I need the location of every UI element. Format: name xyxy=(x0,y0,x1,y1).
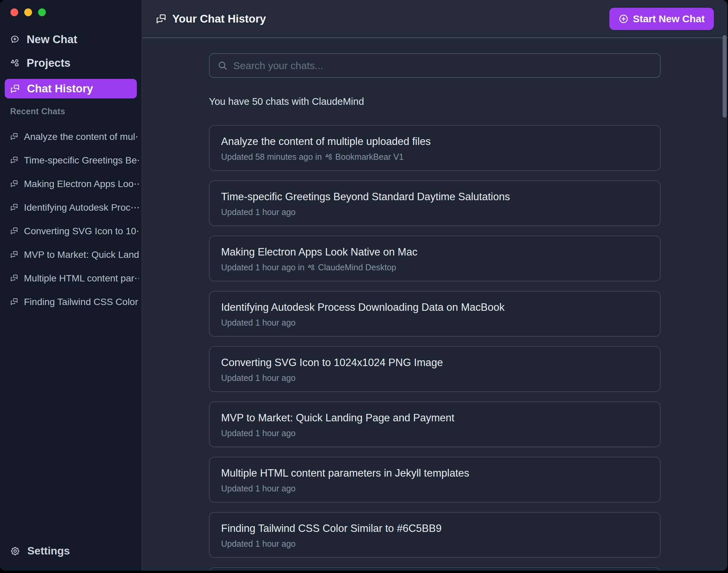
chat-bubbles-icon xyxy=(10,180,18,188)
chat-card-title: Identifying Autodesk Process Downloading… xyxy=(221,301,648,314)
chat-card-title: MVP to Market: Quick Landing Page and Pa… xyxy=(221,411,648,425)
recent-chat-title: Making Electron Apps Loo⋯ xyxy=(24,178,139,189)
chat-card-meta: Updated 58 minutes ago in BookmarkBear V… xyxy=(221,152,648,162)
sidebar-item-label: New Chat xyxy=(27,33,77,46)
chat-card-project: ClaudeMind Desktop xyxy=(307,262,396,272)
chat-card-partial[interactable] xyxy=(209,567,661,571)
sidebar-recent-chat-item[interactable]: MVP to Market: Quick Land⋯ xyxy=(5,247,139,262)
sidebar-recent-chat-item[interactable]: Identifying Autodesk Proc⋯ xyxy=(5,200,139,215)
chat-card-meta: Updated 1 hour ago xyxy=(221,483,648,493)
chat-card[interactable]: Time-specific Greetings Beyond Standard … xyxy=(209,180,661,226)
chat-bubbles-icon xyxy=(10,156,18,164)
chat-card[interactable]: Analyze the content of multiple uploaded… xyxy=(209,125,661,171)
chat-card-updated: Updated 1 hour ago xyxy=(221,428,296,438)
recent-chats-heading: Recent Chats xyxy=(10,107,65,116)
search-input[interactable] xyxy=(233,60,652,71)
sidebar-recent-chat-item[interactable]: Finding Tailwind CSS Color⋯ xyxy=(5,294,139,309)
chat-bubbles-icon xyxy=(10,298,18,306)
chat-card-updated: Updated 1 hour ago xyxy=(221,373,296,383)
search-box xyxy=(209,53,661,78)
chat-card-meta: Updated 1 hour ago xyxy=(221,373,648,383)
sidebar-recent-chat-item[interactable]: Making Electron Apps Loo⋯ xyxy=(5,176,139,191)
sidebar-item-settings[interactable]: Settings xyxy=(10,545,70,557)
search-icon xyxy=(218,61,228,70)
chat-card-meta: Updated 1 hour ago xyxy=(221,539,648,549)
sidebar-item-new-chat[interactable]: New Chat xyxy=(5,32,137,47)
sidebar-item-label: Chat History xyxy=(27,82,93,95)
main-panel: Your Chat History Start New Chat You hav… xyxy=(142,0,727,571)
sidebar-item-projects[interactable]: Projects xyxy=(5,55,137,71)
chat-card-list: Analyze the content of multiple uploaded… xyxy=(209,125,661,571)
chat-card-updated: Updated 1 hour ago xyxy=(221,207,296,217)
chat-card-title: Multiple HTML content parameters in Jeky… xyxy=(221,466,648,480)
sidebar-nav: New Chat Projects Chat History xyxy=(5,32,137,107)
chat-bubbles-icon xyxy=(10,274,18,282)
chat-card-meta: Updated 1 hour ago xyxy=(221,207,648,217)
message-plus-icon xyxy=(10,35,20,44)
chat-card-updated: Updated 1 hour ago xyxy=(221,318,296,328)
sidebar-recent-chat-item[interactable]: Converting SVG Icon to 10⋯ xyxy=(5,223,139,239)
scrollbar-thumb[interactable] xyxy=(723,35,727,118)
chat-card-meta: Updated 1 hour ago xyxy=(221,428,648,438)
start-new-chat-label: Start New Chat xyxy=(633,13,705,25)
chat-card-project-name: ClaudeMind Desktop xyxy=(318,262,396,272)
chat-bubbles-icon xyxy=(10,203,18,211)
shapes-icon xyxy=(307,264,315,271)
chat-card[interactable]: Identifying Autodesk Process Downloading… xyxy=(209,291,661,337)
recent-chat-title: Finding Tailwind CSS Color⋯ xyxy=(24,296,139,307)
close-window-button[interactable] xyxy=(10,8,18,16)
sidebar-recent-chat-item[interactable]: Analyze the content of mul⋯ xyxy=(5,129,139,144)
start-new-chat-button[interactable]: Start New Chat xyxy=(609,8,714,30)
chat-card-meta: Updated 1 hour ago in ClaudeMind Desktop xyxy=(221,262,648,272)
recent-chats-list: Analyze the content of mul⋯ Time-specifi… xyxy=(5,129,139,318)
chat-card-project: BookmarkBear V1 xyxy=(325,152,404,162)
sidebar-item-chat-history[interactable]: Chat History xyxy=(5,79,137,98)
chat-card[interactable]: Multiple HTML content parameters in Jeky… xyxy=(209,457,661,503)
chat-card[interactable]: MVP to Market: Quick Landing Page and Pa… xyxy=(209,401,661,447)
plus-circle-icon xyxy=(618,14,629,24)
recent-chat-title: Multiple HTML content par⋯ xyxy=(24,273,139,284)
app-window: New Chat Projects Chat History Recent Ch… xyxy=(0,0,727,571)
chat-count-text: You have 50 chats with ClaudeMind xyxy=(209,95,661,108)
chat-card[interactable]: Making Electron Apps Look Native on Mac … xyxy=(209,236,661,281)
chat-card-title: Converting SVG Icon to 1024x1024 PNG Ima… xyxy=(221,356,648,369)
recent-chat-title: Analyze the content of mul⋯ xyxy=(24,131,139,142)
chat-bubbles-icon xyxy=(156,13,166,24)
page-title-text: Your Chat History xyxy=(172,12,266,25)
page-title: Your Chat History xyxy=(156,12,266,25)
minimize-window-button[interactable] xyxy=(24,8,32,16)
chat-bubbles-icon xyxy=(10,132,18,141)
chat-card-meta: Updated 1 hour ago xyxy=(221,318,648,328)
chat-card-title: Analyze the content of multiple uploaded… xyxy=(221,135,648,148)
chat-bubbles-icon xyxy=(10,227,18,235)
sidebar-recent-chat-item[interactable]: Time-specific Greetings Be⋯ xyxy=(5,152,139,168)
chat-card-updated: Updated 58 minutes ago in xyxy=(221,152,322,162)
chat-card[interactable]: Converting SVG Icon to 1024x1024 PNG Ima… xyxy=(209,346,661,392)
chat-card-updated: Updated 1 hour ago xyxy=(221,483,296,493)
chat-card[interactable]: Finding Tailwind CSS Color Similar to #6… xyxy=(209,512,661,558)
sidebar: New Chat Projects Chat History Recent Ch… xyxy=(0,0,142,571)
gear-icon xyxy=(10,546,20,556)
chat-card-title: Time-specific Greetings Beyond Standard … xyxy=(221,190,648,204)
chat-card-updated: Updated 1 hour ago in xyxy=(221,262,304,272)
shapes-icon xyxy=(10,58,20,68)
recent-chat-title: Identifying Autodesk Proc⋯ xyxy=(24,202,139,213)
recent-chat-title: Time-specific Greetings Be⋯ xyxy=(24,155,139,166)
settings-label: Settings xyxy=(27,545,70,557)
chat-card-title: Making Electron Apps Look Native on Mac xyxy=(221,245,648,259)
recent-chat-title: MVP to Market: Quick Land⋯ xyxy=(24,249,139,260)
recent-chat-title: Converting SVG Icon to 10⋯ xyxy=(24,225,139,237)
chat-history-content: You have 50 chats with ClaudeMind Analyz… xyxy=(142,38,727,571)
chat-bubbles-icon xyxy=(10,84,20,94)
main-header: Your Chat History Start New Chat xyxy=(142,0,727,38)
chat-card-project-name: BookmarkBear V1 xyxy=(335,152,404,162)
chat-cards: Analyze the content of multiple uploaded… xyxy=(209,125,661,558)
sidebar-recent-chat-item[interactable]: Multiple HTML content par⋯ xyxy=(5,270,139,286)
chat-bubbles-icon xyxy=(10,250,18,259)
sidebar-item-label: Projects xyxy=(27,57,70,69)
shapes-icon xyxy=(325,153,333,161)
traffic-lights xyxy=(10,8,46,16)
chat-card-title: Finding Tailwind CSS Color Similar to #6… xyxy=(221,522,648,535)
zoom-window-button[interactable] xyxy=(38,8,46,16)
chat-card-updated: Updated 1 hour ago xyxy=(221,539,296,549)
